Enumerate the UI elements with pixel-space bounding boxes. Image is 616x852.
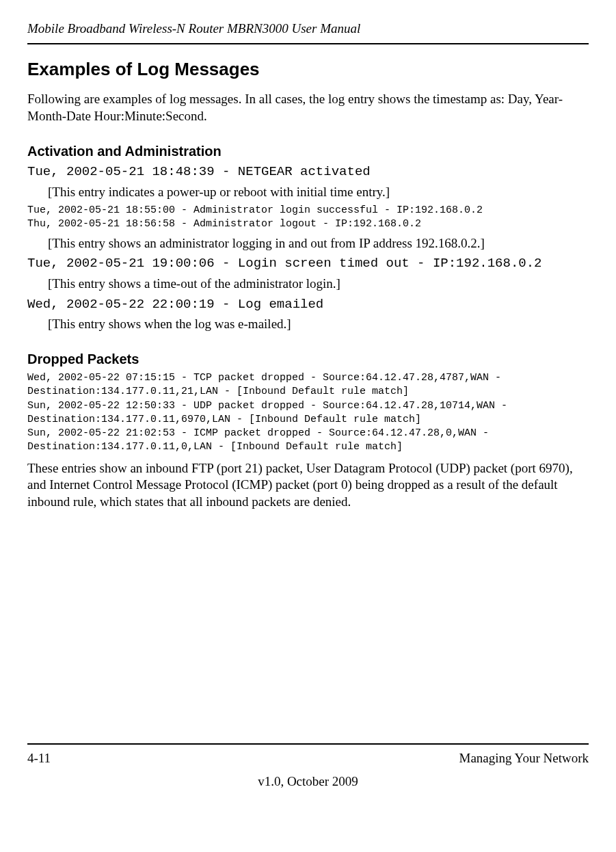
log-entry: Wed, 2002-05-22 07:15:15 - TCP packet dr…	[27, 371, 589, 455]
log-note: [This entry indicates a power-up or rebo…	[48, 184, 589, 201]
log-note: [This entry shows an administrator loggi…	[48, 235, 589, 252]
log-note: [This entry shows a time-out of the admi…	[48, 276, 589, 293]
section-heading: Examples of Log Messages	[27, 58, 589, 81]
dropped-explanation: These entries show an inbound FTP (port …	[27, 460, 589, 511]
header-divider	[27, 43, 589, 44]
footer-section-title: Managing Your Network	[459, 750, 589, 767]
page-footer: 4-11 Managing Your Network v1.0, October…	[27, 743, 589, 790]
log-entry: Tue, 2002-05-21 18:55:00 - Administrator…	[27, 204, 589, 232]
dropped-heading: Dropped Packets	[27, 350, 589, 368]
activation-heading: Activation and Administration	[27, 142, 589, 160]
footer-divider	[27, 743, 589, 745]
log-entry: Tue, 2002-05-21 18:48:39 - NETGEAR activ…	[27, 163, 589, 181]
log-entry: Tue, 2002-05-21 19:00:06 - Login screen …	[27, 255, 589, 272]
section-intro: Following are examples of log messages. …	[27, 91, 589, 124]
log-note: [This entry shows when the log was e-mai…	[48, 316, 589, 333]
page-number: 4-11	[27, 750, 51, 767]
log-entry: Wed, 2002-05-22 22:00:19 - Log emailed	[27, 296, 589, 313]
document-header-title: Mobile Broadband Wireless-N Router MBRN3…	[27, 21, 589, 38]
footer-version: v1.0, October 2009	[27, 773, 589, 790]
